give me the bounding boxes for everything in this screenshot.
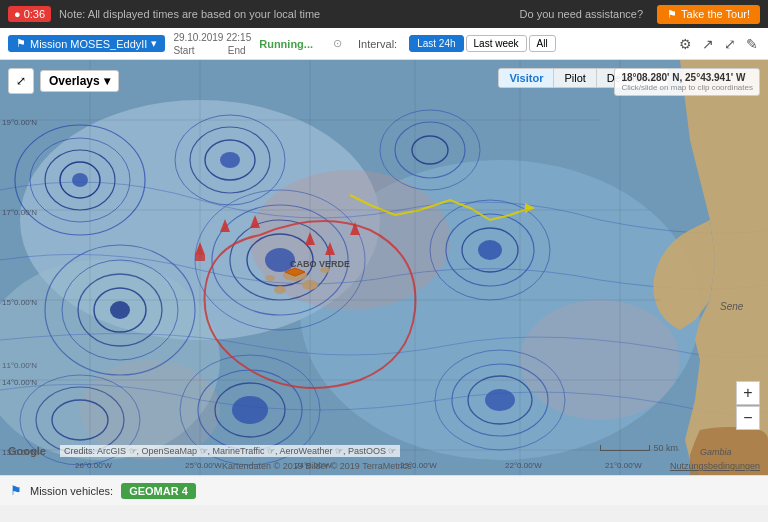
svg-text:19°0.00'N: 19°0.00'N [2, 118, 37, 127]
map-terms[interactable]: Nutzungsbedingungen [670, 461, 760, 471]
rec-timer: 0:36 [24, 8, 45, 20]
tour-button[interactable]: ⚑ Take the Tour! [657, 5, 760, 24]
zoom-controls: + − [736, 381, 760, 430]
share-icon[interactable]: ↗ [700, 34, 716, 54]
svg-point-23 [110, 301, 130, 319]
map-copyright: Kartendaten © 2019 Bilder © 2019 TerraMe… [222, 461, 546, 471]
interval-24h[interactable]: Last 24h [409, 35, 463, 52]
coords-hint: Click/slide on map to clip coordinates [621, 83, 753, 92]
flag-icon-bottom: ⚑ [10, 483, 22, 498]
svg-text:25°0.00'W: 25°0.00'W [185, 461, 222, 470]
overlays-button[interactable]: Overlays ▾ [40, 70, 119, 92]
dropdown-icon: ▾ [151, 37, 157, 50]
bottom-bar: ⚑ Mission vehicles: GEOMAR 4 [0, 475, 768, 505]
mission-date-value: 29.10.2019 22:15 [173, 31, 251, 44]
map-background: Sene Gambia CABO VERDE [0, 60, 768, 475]
expand-icon[interactable]: ⤢ [722, 34, 738, 54]
mission-bar: ⚑ Mission MOSES_EddyII ▾ 29.10.2019 22:1… [0, 28, 768, 60]
rec-button[interactable]: ● 0:36 [8, 6, 51, 22]
mission-status: Running... [259, 38, 313, 50]
rec-icon: ● [14, 8, 21, 20]
coordinates-display: 18°08.280' N, 25°43.941' W Click/slide o… [614, 68, 760, 96]
scale-bar [600, 445, 650, 451]
interval-all[interactable]: All [529, 35, 556, 52]
settings-icon[interactable]: ⚙ [677, 34, 694, 54]
svg-text:Sene: Sene [720, 301, 744, 312]
tour-label: Take the Tour! [681, 8, 750, 20]
svg-point-48 [274, 286, 286, 294]
zoom-in-button[interactable]: + [736, 381, 760, 405]
flag-icon: ⚑ [667, 8, 677, 21]
fullscreen-button[interactable]: ⤢ [8, 68, 34, 94]
map-controls-top-left: ⤢ Overlays ▾ [8, 68, 119, 94]
svg-point-11 [72, 173, 88, 187]
interval-label: Interval: [358, 38, 397, 50]
mission-date-labels: Start End [173, 44, 251, 57]
end-label: End [228, 45, 246, 56]
tab-visitor[interactable]: Visitor [499, 69, 554, 87]
vehicles-label: Mission vehicles: [30, 485, 113, 497]
svg-point-15 [220, 152, 240, 168]
edit-icon[interactable]: ✎ [744, 34, 760, 54]
note-text: Note: All displayed times are based on y… [59, 8, 511, 20]
svg-text:26°0.00'W: 26°0.00'W [75, 461, 112, 470]
svg-point-50 [265, 275, 275, 281]
assistance-text: Do you need assistance? [520, 8, 644, 20]
svg-point-32 [478, 240, 502, 260]
mission-name: Mission MOSES_EddyII [30, 38, 147, 50]
svg-text:21°0.00'W: 21°0.00'W [605, 461, 642, 470]
mission-date: 29.10.2019 22:15 Start End [173, 31, 251, 57]
svg-text:Gambia: Gambia [700, 447, 732, 457]
chevron-down-icon: ▾ [104, 74, 110, 88]
svg-text:11°0.00'N: 11°0.00'N [2, 361, 37, 370]
google-label: Google [8, 445, 46, 457]
map-attribution: Credits: ArcGIS ☞, OpenSeaMap ☞, MarineT… [60, 445, 400, 457]
svg-point-39 [232, 396, 268, 424]
interval-buttons: Last 24h Last week All [409, 35, 556, 52]
mission-badge[interactable]: ⚑ Mission MOSES_EddyII ▾ [8, 35, 165, 52]
map-scale: 50 km [600, 443, 678, 453]
svg-text:CABO VERDE: CABO VERDE [290, 259, 350, 269]
zoom-out-button[interactable]: − [736, 406, 760, 430]
top-bar: ● 0:36 Note: All displayed times are bas… [0, 0, 768, 28]
map-container[interactable]: Sene Gambia CABO VERDE [0, 60, 768, 475]
mission-bar-right: ⚙ ↗ ⤢ ✎ [677, 34, 760, 54]
svg-text:14°0.00'N: 14°0.00'N [2, 378, 37, 387]
tab-pilot[interactable]: Pilot [554, 69, 596, 87]
scale-label: 50 km [653, 443, 678, 453]
start-label: Start [173, 45, 194, 56]
svg-text:17°0.00'N: 17°0.00'N [2, 208, 37, 217]
overlays-label: Overlays [49, 74, 100, 88]
vehicle-badge[interactable]: GEOMAR 4 [121, 483, 196, 499]
interval-week[interactable]: Last week [466, 35, 527, 52]
flag-icon-mission: ⚑ [16, 37, 26, 50]
svg-text:15°0.00'N: 15°0.00'N [2, 298, 37, 307]
coords-value: 18°08.280' N, 25°43.941' W [621, 72, 753, 83]
